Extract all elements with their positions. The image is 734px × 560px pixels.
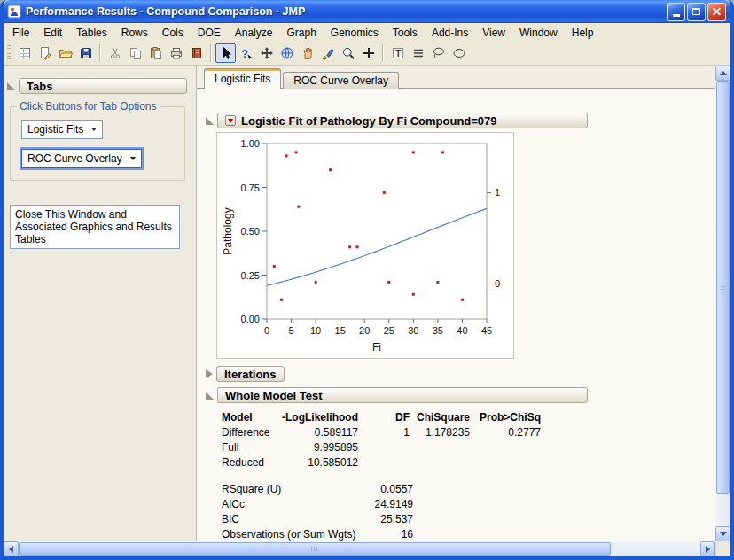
sidebar-panel: Tabs Click Buttons for Tab Options Logis… [4,66,197,541]
minimize-button[interactable] [667,3,685,21]
tab-options-label: Click Buttons for Tab Options [17,100,160,113]
tab-roc-curve-overlay[interactable]: ROC Curve Overlay [283,72,399,89]
menu-item-tables[interactable]: Tables [69,24,114,42]
tab-strip: Logistic FitsROC Curve Overlay [204,68,401,89]
iterations-header[interactable]: Iterations [216,366,285,382]
svg-text:Fi: Fi [372,341,381,354]
menu-item-file[interactable]: File [5,24,36,42]
roc-curve-overlay-dropdown[interactable]: ROC Curve Overlay [21,149,142,168]
menu-item-genomics[interactable]: Genomics [324,24,386,42]
menu-item-graph[interactable]: Graph [279,24,323,42]
logistic-fits-dropdown[interactable]: Logistic Fits [21,120,103,139]
svg-text:30: 30 [408,325,418,336]
stat-value: 0.0557 [356,482,413,497]
close-button[interactable] [707,3,726,21]
whole-model-header[interactable]: Whole Model Test [217,387,588,403]
annotate-text-tool-button[interactable]: T [387,43,408,63]
whole-model-outline-row: Whole Model Test [206,387,715,403]
annotate-lines-tool-button[interactable] [408,43,428,63]
horizontal-scrollbar-thumb[interactable] [19,542,611,556]
logistic-fits-dropdown-label: Logistic Fits [27,123,83,136]
new-data-table-button[interactable] [14,43,35,63]
globe-tool-button[interactable] [277,43,297,63]
arrow-tool-icon [219,46,233,60]
toolbar-grip[interactable] [7,45,11,61]
tabs-panel-header[interactable]: Tabs [19,78,187,94]
arrow-tool-button[interactable] [215,43,236,63]
crosshair-tool-button[interactable] [358,43,379,63]
report-area: Logistic FitsROC Curve Overlay Logistic … [197,66,715,541]
red-triangle-menu-button[interactable] [225,115,236,126]
cell-value: 1 [358,425,410,440]
menu-item-analyze[interactable]: Analyze [228,24,280,42]
vertical-scrollbar[interactable] [715,66,730,541]
red-triangle-icon [228,119,233,123]
row-label: Difference [222,425,277,440]
iterations-outline-row: Iterations [206,366,715,382]
menu-item-help[interactable]: Help [565,24,601,42]
lasso-tool-button[interactable] [428,43,449,63]
menu-item-view[interactable]: View [475,24,512,42]
menu-item-doe[interactable]: DOE [191,24,228,42]
new-journal-button[interactable] [35,43,55,63]
close-window-button[interactable]: Close This Window and Associated Graphic… [10,205,180,249]
paste-button[interactable] [145,43,166,63]
scroll-down-button[interactable] [715,526,730,541]
cut-button[interactable] [105,43,125,63]
journal-button[interactable] [186,43,207,63]
fit-outline-row: Logistic Fit of Pathology By Fi Compound… [206,113,715,128]
grabber-tool-button[interactable] [256,43,277,63]
column-header: -LogLikelihood [277,410,358,425]
cell-value [410,455,470,471]
arrow-down-icon [720,532,727,536]
open-file-button[interactable] [55,43,75,63]
horizontal-scrollbar[interactable] [4,541,715,556]
svg-text:0.75: 0.75 [241,183,260,193]
tab-logistic-fits[interactable]: Logistic Fits [204,68,281,89]
collapse-triangle-icon[interactable] [7,82,15,90]
annotate-lines-tool-icon [411,46,426,60]
menu-item-tools[interactable]: Tools [386,24,425,42]
collapse-triangle-icon[interactable] [206,117,214,125]
brush-tool-button[interactable] [317,43,338,63]
hand-tool-button[interactable] [297,43,317,63]
cell-value: 0.589117 [277,425,358,440]
scroll-up-button[interactable] [715,66,730,81]
zoom-tool-button[interactable] [338,43,358,63]
scroll-left-button[interactable] [4,541,19,556]
cell-value [410,440,470,455]
print-button[interactable] [166,43,186,63]
title-bar[interactable]: Performance Results - Compound Compariso… [4,0,730,23]
minimize-icon [673,14,680,17]
menu-item-cols[interactable]: Cols [155,24,191,42]
cell-value [358,440,410,455]
maximize-button[interactable] [687,3,706,21]
vertical-scrollbar-thumb[interactable] [716,81,730,494]
scroll-right-button[interactable] [700,541,715,556]
annotate-text-tool-icon: T [391,46,405,60]
svg-text:Pathology: Pathology [222,207,234,254]
oval-tool-button[interactable] [449,43,469,63]
column-header: Prob>ChiSq [470,410,541,425]
cell-value [470,455,541,471]
menu-item-edit[interactable]: Edit [36,24,69,42]
oval-tool-icon [452,46,466,60]
new-journal-icon [38,46,52,60]
logistic-fit-header[interactable]: Logistic Fit of Pathology By Fi Compound… [217,113,588,128]
menu-item-rows[interactable]: Rows [114,24,155,42]
copy-button[interactable] [125,43,145,63]
new-data-table-icon [18,46,32,60]
menu-item-window[interactable]: Window [512,24,565,42]
save-file-button[interactable] [75,43,96,63]
logistic-plot[interactable]: 0.000.250.500.751.0005101520253035404510… [216,132,514,359]
stat-label: AICc [222,497,356,512]
collapse-triangle-icon[interactable] [206,392,214,400]
svg-text:40: 40 [457,325,467,336]
svg-text:25: 25 [384,325,394,336]
expand-triangle-icon[interactable] [206,369,213,378]
app-icon[interactable] [7,4,21,19]
menu-item-add-ins[interactable]: Add-Ins [425,24,475,42]
whole-model-title: Whole Model Test [225,389,323,402]
help-tool-button[interactable]: ? [236,43,256,63]
iterations-title: Iterations [224,368,277,381]
